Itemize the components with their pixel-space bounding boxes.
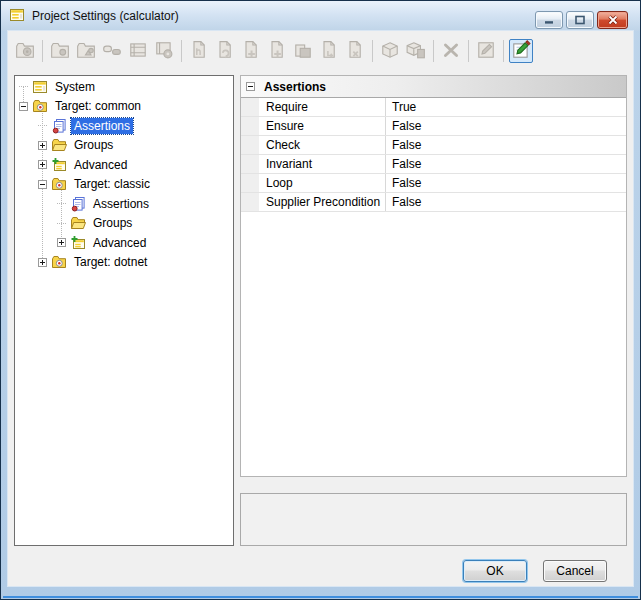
tree-item-label: Groups	[90, 215, 135, 231]
edit-pencil-icon	[511, 40, 531, 63]
toolbar-separator	[372, 40, 373, 62]
property-row[interactable]: Loop False	[241, 174, 626, 193]
new-library-button	[126, 39, 150, 63]
new-override-button	[74, 39, 98, 63]
project-settings-window: Project Settings (calculator) SystemTarg…	[0, 0, 641, 600]
tree-item-label: Assertions	[90, 196, 152, 212]
property-row[interactable]: Require True	[241, 98, 626, 117]
tree-item-label: Groups	[71, 137, 116, 153]
maximize-button[interactable]	[566, 11, 594, 29]
tree-item-label: Target: classic	[71, 176, 153, 192]
titlebar[interactable]: Project Settings (calculator)	[1, 1, 640, 31]
assertions-icon	[51, 118, 67, 134]
maximize-icon	[574, 14, 586, 26]
variable-icon	[102, 40, 122, 63]
expand-icon[interactable]	[57, 238, 66, 247]
edit-disabled-button	[474, 39, 498, 63]
description-panel	[240, 493, 627, 546]
remove-button	[439, 39, 463, 63]
property-value[interactable]: False	[386, 155, 626, 173]
tree-item-label: Target: common	[52, 98, 144, 114]
property-value[interactable]: False	[386, 193, 626, 211]
advanced-icon	[70, 235, 86, 251]
collapse-icon[interactable]	[38, 180, 47, 189]
cancel-button[interactable]: Cancel	[543, 560, 607, 582]
collapse-icon[interactable]	[246, 82, 255, 91]
tree-connector-stub	[19, 86, 28, 87]
tree-item-label: Assertions	[71, 118, 133, 134]
settings-tree-panel: SystemTarget: commonAssertionsGroupsAdva…	[14, 75, 234, 546]
toolbar-separator	[433, 40, 434, 62]
collapse-icon[interactable]	[19, 102, 28, 111]
assertions-icon	[70, 196, 86, 212]
advanced-icon	[51, 157, 67, 173]
property-name: Supplier Precondition	[259, 193, 386, 211]
page-arrow-button	[317, 39, 341, 63]
target-icon	[51, 176, 67, 192]
tree-connector-stub	[57, 203, 66, 204]
dialog-client-area: SystemTarget: commonAssertionsGroupsAdva…	[8, 31, 633, 586]
page-plus-icon	[241, 40, 261, 63]
tree-item-target-common[interactable]: Target: common	[15, 97, 233, 117]
tree-item-assertions[interactable]: Assertions	[15, 194, 233, 214]
toolbar-separator	[468, 40, 469, 62]
property-name: Loop	[259, 174, 386, 192]
tree-item-assertions[interactable]: Assertions	[15, 116, 233, 136]
properties-grid: Require TrueEnsure FalseCheck FalseInvar…	[241, 98, 626, 212]
new-task-button	[265, 39, 289, 63]
tree-item-groups[interactable]: Groups	[15, 214, 233, 234]
properties-panel: Assertions Require TrueEnsure FalseCheck…	[240, 75, 627, 477]
system-icon	[32, 79, 48, 95]
property-value[interactable]: False	[386, 117, 626, 135]
expand-icon[interactable]	[38, 160, 47, 169]
minimize-icon	[543, 14, 555, 26]
target-icon	[51, 254, 67, 270]
target-icon	[32, 98, 48, 114]
library-icon	[128, 40, 148, 63]
tree-item-label: Advanced	[90, 235, 149, 251]
tree-item-target-dotnet[interactable]: Target: dotnet	[15, 253, 233, 273]
property-value[interactable]: True	[386, 98, 626, 116]
new-cluster-button	[48, 39, 72, 63]
tree-item-advanced[interactable]: Advanced	[15, 233, 233, 253]
page-h-icon	[189, 40, 209, 63]
property-row[interactable]: Check False	[241, 136, 626, 155]
section-title: Assertions	[264, 80, 326, 94]
expand-icon[interactable]	[38, 141, 47, 150]
window-title: Project Settings (calculator)	[32, 9, 179, 23]
tree-item-label: Target: dotnet	[71, 254, 150, 270]
ok-button[interactable]: OK	[463, 560, 527, 582]
property-value[interactable]: False	[386, 174, 626, 192]
folder-dot-icon	[50, 40, 70, 63]
tree-item-label: Advanced	[71, 157, 130, 173]
property-row[interactable]: Ensure False	[241, 117, 626, 136]
toolbar-separator	[181, 40, 182, 62]
new-precompile-button	[152, 39, 176, 63]
window-controls	[535, 11, 628, 29]
settings-tree: SystemTarget: commonAssertionsGroupsAdva…	[15, 76, 233, 545]
close-button[interactable]	[597, 11, 628, 29]
window-icon	[9, 7, 25, 26]
tree-item-groups[interactable]: Groups	[15, 136, 233, 156]
new-external-button	[213, 39, 237, 63]
tree-item-target-classic[interactable]: Target: classic	[15, 175, 233, 195]
minimize-button[interactable]	[535, 11, 563, 29]
manual-edit-button[interactable]	[509, 39, 533, 63]
toolbar-separator	[42, 40, 43, 62]
toolbar	[12, 38, 534, 64]
property-row[interactable]: Supplier Precondition False	[241, 193, 626, 212]
expand-icon[interactable]	[38, 258, 47, 267]
properties-section-header[interactable]: Assertions	[241, 76, 626, 98]
box-page-icon	[406, 40, 426, 63]
property-value[interactable]: False	[386, 136, 626, 154]
folder-shape-icon	[76, 40, 96, 63]
tree-item-label: System	[52, 79, 98, 95]
new-target-button	[13, 39, 37, 63]
close-icon	[607, 14, 619, 26]
copy-pages-button	[291, 39, 315, 63]
tree-item-advanced[interactable]: Advanced	[15, 155, 233, 175]
property-row[interactable]: Invariant False	[241, 155, 626, 174]
tree-item-system[interactable]: System	[15, 77, 233, 97]
new-file-rule-button	[187, 39, 211, 63]
property-name: Check	[259, 136, 386, 154]
